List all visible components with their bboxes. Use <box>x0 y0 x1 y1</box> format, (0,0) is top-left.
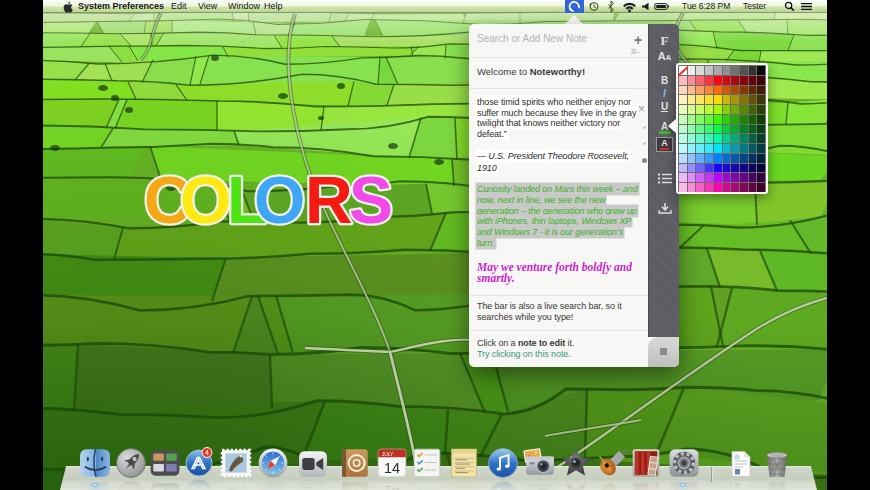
svg-text:JULY: JULY <box>382 452 394 457</box>
svg-text:O: O <box>180 163 231 237</box>
svg-text:14: 14 <box>384 460 400 476</box>
svg-text:O: O <box>254 163 305 237</box>
svg-text:S: S <box>349 163 393 237</box>
svg-text:R: R <box>305 163 353 237</box>
svg-text:4: 4 <box>205 449 209 456</box>
